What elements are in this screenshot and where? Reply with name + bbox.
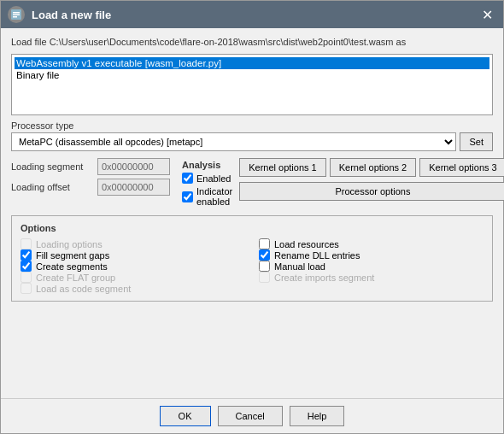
processor-options-row: Processor options [239, 182, 504, 201]
fill-segment-gaps-checkbox[interactable] [21, 249, 32, 261]
loading-offset-row: Loading offset [11, 179, 173, 196]
svg-rect-3 [13, 16, 17, 18]
loading-segment-input[interactable] [97, 158, 170, 175]
processor-type-section: Processor type MetaPC (disassemble all o… [11, 120, 493, 151]
manual-load-checkbox[interactable] [259, 261, 270, 272]
loading-options-checkbox[interactable] [21, 238, 32, 249]
create-imports-segment-label: Create imports segment [274, 273, 374, 283]
processor-type-label: Processor type [11, 120, 493, 131]
file-path-label: Load file C:\Users\user\Documents\code\f… [11, 37, 493, 47]
create-flat-group-row: Create FLAT group [21, 272, 245, 283]
processor-options-button[interactable]: Processor options [239, 182, 504, 201]
analysis-indicator-checkbox[interactable] [182, 191, 193, 202]
svg-rect-1 [13, 12, 20, 14]
list-item[interactable]: WebAssembly v1 executable [wasm_loader.p… [15, 57, 489, 69]
right-col: Kernel options 1 Kernel options 2 Kernel… [239, 158, 504, 201]
loading-segment-row: Loading segment [11, 158, 173, 175]
help-button[interactable]: Help [290, 406, 345, 426]
loading-offset-label: Loading offset [11, 182, 92, 192]
dialog-footer: OK Cancel Help [1, 398, 503, 433]
close-button[interactable]: ✕ [478, 5, 496, 24]
manual-load-label: Manual load [274, 261, 325, 272]
analysis-enabled-row: Enabled [182, 173, 232, 184]
analysis-section: Analysis Enabled Indicator enabled [182, 158, 232, 207]
load-as-code-segment-checkbox[interactable] [21, 283, 32, 294]
options-title: Options [21, 223, 483, 233]
analysis-enabled-label: Enabled [196, 173, 231, 184]
loading-segment-label: Loading segment [11, 161, 92, 172]
set-button[interactable]: Set [460, 132, 493, 151]
title-bar: Load a new file ✕ [1, 1, 503, 28]
fill-segment-gaps-label: Fill segment gaps [36, 250, 109, 261]
create-segments-checkbox[interactable] [21, 261, 32, 272]
options-group: Options Loading options Fill segment gap… [11, 215, 493, 302]
rename-dll-entries-checkbox[interactable] [259, 249, 270, 261]
create-imports-segment-row: Create imports segment [259, 272, 483, 283]
middle-section: Loading segment Loading offset Analysis … [11, 158, 493, 207]
loading-options-row: Loading options [21, 238, 245, 249]
load-as-code-segment-label: Load as code segment [36, 284, 131, 294]
loading-fields: Loading segment Loading offset [11, 158, 173, 196]
dialog-window: Load a new file ✕ Load file C:\Users\use… [0, 0, 504, 434]
analysis-enabled-checkbox[interactable] [182, 173, 193, 184]
rename-dll-entries-label: Rename DLL entries [274, 250, 360, 261]
loading-options-label: Loading options [36, 239, 103, 249]
options-left-col: Loading options Fill segment gaps Create… [21, 238, 245, 294]
analysis-indicator-label: Indicator enabled [196, 186, 232, 207]
create-imports-segment-checkbox[interactable] [259, 272, 270, 283]
manual-load-row: Manual load [259, 261, 483, 272]
load-resources-label: Load resources [274, 239, 339, 249]
create-segments-row: Create segments [21, 261, 245, 272]
dialog-icon [8, 6, 25, 23]
analysis-title: Analysis [182, 160, 232, 170]
dialog-content: Load file C:\Users\user\Documents\code\f… [1, 28, 503, 398]
analysis-indicator-row: Indicator enabled [182, 186, 232, 207]
kernel-options-2-button[interactable]: Kernel options 2 [330, 158, 417, 177]
kernel-buttons-row: Kernel options 1 Kernel options 2 Kernel… [239, 158, 504, 177]
processor-type-select[interactable]: MetaPC (disassemble all opcodes) [metapc… [11, 132, 456, 151]
fill-segment-gaps-row: Fill segment gaps [21, 249, 245, 261]
load-resources-row: Load resources [259, 238, 483, 249]
ok-button[interactable]: OK [160, 406, 211, 426]
file-type-list[interactable]: WebAssembly v1 executable [wasm_loader.p… [11, 54, 493, 115]
create-flat-group-checkbox[interactable] [21, 272, 32, 283]
list-item[interactable]: Binary file [15, 69, 489, 81]
kernel-options-3-button[interactable]: Kernel options 3 [419, 158, 504, 177]
options-right-col: Load resources Rename DLL entries Manual… [259, 238, 483, 294]
load-as-code-segment-row: Load as code segment [21, 283, 245, 294]
loading-offset-input[interactable] [97, 179, 170, 196]
rename-dll-entries-row: Rename DLL entries [259, 249, 483, 261]
cancel-button[interactable]: Cancel [218, 406, 283, 426]
create-flat-group-label: Create FLAT group [36, 273, 115, 283]
svg-rect-2 [13, 15, 20, 16]
dialog-title: Load a new file [32, 9, 478, 21]
create-segments-label: Create segments [36, 261, 108, 272]
options-grid: Loading options Fill segment gaps Create… [21, 238, 483, 294]
load-resources-checkbox[interactable] [259, 238, 270, 249]
kernel-options-1-button[interactable]: Kernel options 1 [239, 158, 326, 177]
